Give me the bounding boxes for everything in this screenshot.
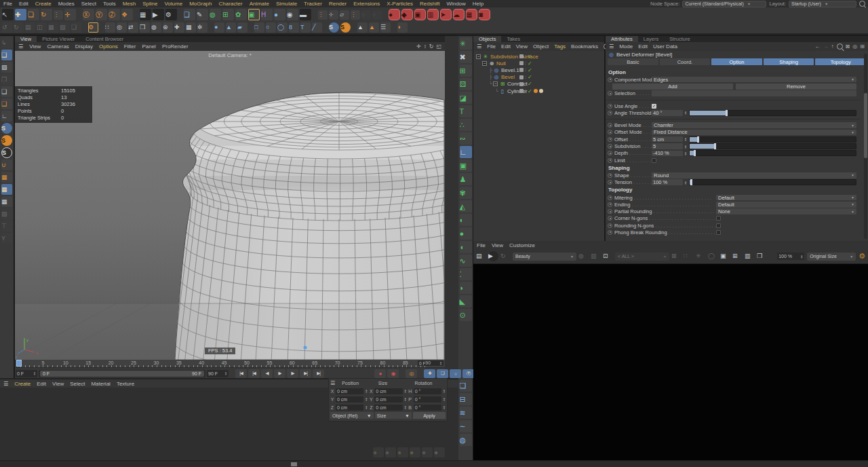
record-scale-button[interactable]: ❏ — [437, 369, 448, 378]
line-spline[interactable]: ╱ — [312, 22, 322, 33]
stepper-icon[interactable]: ▲▼ — [404, 397, 407, 401]
rotate-tool[interactable]: ↻ — [41, 9, 52, 20]
menu-spline[interactable]: Spline — [142, 1, 157, 7]
cloth-object[interactable]: ♟ — [460, 173, 472, 185]
viewport-menu-view[interactable]: View — [29, 43, 41, 50]
objects-menu-view[interactable]: View — [516, 43, 528, 50]
viewport-menu-cameras[interactable]: Cameras — [47, 43, 68, 50]
mograph-object[interactable]: ✿ — [235, 9, 247, 20]
prev-frame-button[interactable]: ◀ — [261, 369, 273, 378]
refresh-render-icon[interactable]: ↻ — [500, 251, 511, 261]
circle-spline[interactable]: ○ — [266, 22, 276, 33]
compare-ab-icon[interactable]: ▣ — [720, 251, 730, 261]
menu-window[interactable]: Window — [446, 1, 465, 7]
random-effector[interactable]: ⚄ — [460, 78, 472, 90]
render-settings-gear-icon[interactable]: ⚙ — [859, 252, 865, 261]
limit-checkbox[interactable] — [652, 158, 656, 163]
metaball-generator[interactable]: ◍ — [151, 22, 161, 33]
use-angle-checkbox[interactable]: ✓ — [652, 104, 656, 109]
tree-row-cylinder[interactable]: └▯Cylinder:✓ — [473, 88, 604, 94]
modeling-tool-5[interactable]: ▦ — [48, 22, 58, 33]
material-menu-create[interactable]: Create — [14, 381, 31, 387]
selection-field[interactable] — [652, 90, 856, 96]
rectangle-spline[interactable]: □ — [254, 22, 264, 33]
animation-dot-icon[interactable] — [608, 123, 612, 128]
animation-dot-icon[interactable] — [608, 202, 612, 207]
record-position-button[interactable]: ✚ — [424, 369, 435, 378]
coordinate-input-x[interactable]: 0 cm — [374, 388, 402, 394]
floor-object[interactable]: ∟ — [460, 146, 472, 158]
modeling-tool-7[interactable]: ❏ — [71, 22, 81, 33]
tree-row-bevel[interactable]: ├◍Bevel:✓ — [473, 74, 604, 81]
play-forward-button[interactable]: ▶ — [274, 369, 285, 378]
slider-handle[interactable] — [726, 110, 728, 116]
rounding-n-gons-checkbox[interactable] — [716, 223, 721, 228]
scale-tool[interactable]: ❏ — [28, 9, 39, 20]
hamburger-icon[interactable]: ☰ — [330, 380, 335, 386]
live-selection-tool[interactable]: ↖ — [2, 9, 14, 20]
tree-row-connect[interactable]: └−⊞Connect:✓ — [473, 81, 604, 88]
copy-to-clipboard-icon[interactable]: ❒ — [757, 251, 767, 261]
model-mode[interactable]: ❑ — [1, 50, 12, 60]
menu-redshift[interactable]: Redshift — [420, 1, 439, 7]
animation-dot-icon[interactable] — [608, 130, 612, 134]
uv-mode[interactable]: ▧ — [1, 208, 12, 219]
animation-dot-icon[interactable] — [608, 144, 612, 149]
layer-toggle[interactable] — [519, 61, 524, 65]
objects-menu-bookmarks[interactable]: Bookmarks — [571, 43, 598, 50]
objects-tab-objects[interactable]: Objects — [473, 36, 501, 42]
render-pass-dropdown[interactable]: Beauty▼ — [513, 253, 576, 261]
sds-weight-high[interactable]: S — [340, 22, 351, 33]
cylinder-stack[interactable]: ⊟ — [460, 393, 472, 405]
workplane[interactable]: ▱ — [340, 10, 349, 20]
increment-up[interactable]: ▲ — [369, 22, 379, 33]
menu-modes[interactable]: Modes — [58, 1, 75, 7]
particle-drop[interactable]: ◗ — [397, 22, 408, 33]
preview-range-slider[interactable]: 0 F90 F — [39, 370, 205, 377]
alpha-channel-icon[interactable]: ▥ — [591, 251, 601, 261]
layer-sphere-3[interactable]: ● — [397, 447, 408, 457]
menu-mesh[interactable]: Mesh — [123, 1, 136, 7]
nside-spline[interactable]: ◯ — [277, 22, 288, 33]
redshift-camera[interactable]: ▣ — [414, 9, 426, 20]
attr-tab-coord-[interactable]: Coord. — [660, 58, 711, 65]
stepper-icon[interactable]: ▲▼ — [443, 405, 446, 409]
animation-dot-icon[interactable] — [608, 230, 612, 235]
primitive-cube[interactable]: ❑ — [184, 9, 195, 20]
coord-mode-dropdown[interactable]: Object (Rel)▼ — [330, 412, 374, 419]
tree-row-bevel-1[interactable]: ├◍Bevel.1:✓ — [473, 67, 604, 73]
menu-help[interactable]: Help — [473, 1, 484, 7]
render-size-dropdown[interactable]: Original Size▼ — [807, 253, 856, 261]
connect-generator[interactable]: ✚ — [174, 22, 184, 33]
modeling-tool-4[interactable]: ◫ — [37, 22, 47, 33]
y-axis-lock[interactable]: Y — [1, 233, 12, 244]
pixel-grid-icon[interactable]: ∷ — [684, 251, 694, 261]
layout-search-icon[interactable] — [859, 1, 865, 7]
stepper-icon[interactable]: ▲▼ — [443, 397, 446, 401]
instance-generator[interactable]: ▣ — [460, 160, 472, 172]
render-picture-viewer[interactable]: ▶ — [153, 9, 164, 20]
layer-sphere-6[interactable]: ● — [434, 447, 445, 457]
material-menu-select[interactable]: Select — [70, 381, 85, 387]
stepper-icon[interactable]: ▲▼ — [800, 255, 803, 259]
wire-sphere[interactable]: ◍ — [460, 434, 472, 446]
keyframe-selection-button[interactable]: ◎ — [406, 369, 417, 378]
record-keyframe-button[interactable]: ● — [374, 369, 386, 378]
layer-sphere-1[interactable]: ● — [373, 447, 384, 457]
move-tool[interactable]: ✚ — [15, 9, 26, 20]
metaball-object[interactable]: ● — [274, 9, 285, 20]
stepper-icon[interactable]: ▲▼ — [365, 389, 368, 393]
hamburger-icon[interactable]: ☰ — [18, 43, 23, 50]
attr-tab-shaping[interactable]: Shaping — [764, 58, 814, 65]
channel-display-icon[interactable]: ◍ — [578, 251, 589, 261]
layer-sphere-5[interactable]: ● — [422, 447, 433, 457]
stepper-icon[interactable]: ▲▼ — [443, 389, 446, 393]
expander-icon[interactable]: − — [482, 61, 487, 66]
workplane-tool[interactable]: ∟ — [1, 111, 12, 122]
viewport-3d-canvas[interactable]: yxz Default Camera: * Triangles15105Quad… — [15, 51, 445, 360]
attr-tab-option[interactable]: Option — [711, 58, 762, 65]
parent-up-icon[interactable]: ↑ — [831, 43, 834, 50]
metaball-palette[interactable]: ✾ — [460, 187, 472, 199]
stepper-icon[interactable]: ▲▼ — [365, 405, 368, 409]
objects-tab-takes[interactable]: Takes — [501, 36, 526, 42]
